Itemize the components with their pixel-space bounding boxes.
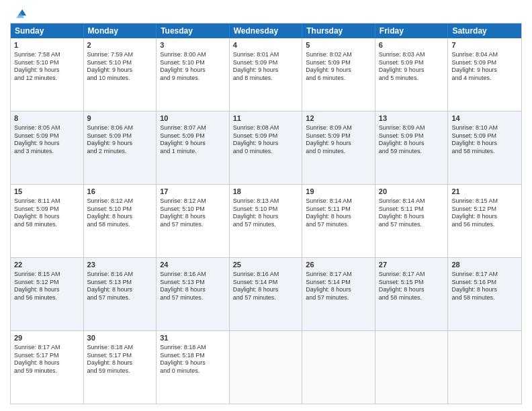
- day-cell-25: 25Sunrise: 8:16 AM Sunset: 5:14 PM Dayli…: [230, 258, 303, 330]
- day-cell-21: 21Sunrise: 8:15 AM Sunset: 5:12 PM Dayli…: [448, 185, 521, 257]
- day-cell-20: 20Sunrise: 8:14 AM Sunset: 5:11 PM Dayli…: [375, 185, 449, 257]
- day-number: 29: [14, 333, 80, 343]
- day-number: 2: [87, 40, 153, 50]
- day-number: 18: [233, 187, 299, 197]
- day-info: Sunrise: 8:15 AM Sunset: 5:12 PM Dayligh…: [451, 197, 518, 229]
- day-info: Sunrise: 7:59 AM Sunset: 5:10 PM Dayligh…: [87, 51, 153, 83]
- day-info: Sunrise: 8:05 AM Sunset: 5:09 PM Dayligh…: [14, 124, 80, 156]
- day-number: 9: [87, 113, 153, 124]
- day-cell-31: 31Sunrise: 8:18 AM Sunset: 5:18 PM Dayli…: [157, 331, 230, 404]
- day-info: Sunrise: 8:13 AM Sunset: 5:10 PM Dayligh…: [233, 197, 299, 229]
- logo-icon: [11, 7, 26, 21]
- day-number: 11: [233, 113, 299, 124]
- day-info: Sunrise: 8:12 AM Sunset: 5:10 PM Dayligh…: [160, 197, 226, 229]
- day-cell-5: 5Sunrise: 8:02 AM Sunset: 5:09 PM Daylig…: [302, 38, 375, 111]
- day-cell-17: 17Sunrise: 8:12 AM Sunset: 5:10 PM Dayli…: [157, 185, 230, 257]
- header-day-saturday: Saturday: [448, 24, 521, 38]
- day-number: 1: [14, 40, 80, 50]
- day-info: Sunrise: 8:17 AM Sunset: 5:15 PM Dayligh…: [379, 271, 445, 302]
- day-cell-1: 1Sunrise: 7:58 AM Sunset: 5:10 PM Daylig…: [11, 38, 84, 111]
- day-cell-29: 29Sunrise: 8:17 AM Sunset: 5:17 PM Dayli…: [11, 331, 84, 404]
- day-number: 8: [14, 113, 80, 124]
- day-cell-4: 4Sunrise: 8:01 AM Sunset: 5:09 PM Daylig…: [230, 38, 303, 111]
- day-number: 20: [379, 187, 445, 197]
- day-info: Sunrise: 8:02 AM Sunset: 5:09 PM Dayligh…: [306, 51, 371, 83]
- day-cell-18: 18Sunrise: 8:13 AM Sunset: 5:10 PM Dayli…: [230, 185, 303, 257]
- day-cell-9: 9Sunrise: 8:06 AM Sunset: 5:09 PM Daylig…: [84, 111, 157, 184]
- day-cell-11: 11Sunrise: 8:08 AM Sunset: 5:09 PM Dayli…: [230, 111, 303, 184]
- day-info: Sunrise: 8:15 AM Sunset: 5:12 PM Dayligh…: [14, 271, 80, 302]
- calendar-row-2: 8Sunrise: 8:05 AM Sunset: 5:09 PM Daylig…: [11, 111, 521, 185]
- empty-cell-4-4: [302, 331, 375, 404]
- day-info: Sunrise: 8:06 AM Sunset: 5:09 PM Dayligh…: [87, 124, 153, 156]
- header-day-friday: Friday: [375, 24, 449, 38]
- day-number: 21: [451, 187, 518, 197]
- day-number: 25: [233, 260, 299, 270]
- calendar-row-3: 15Sunrise: 8:11 AM Sunset: 5:09 PM Dayli…: [11, 185, 521, 258]
- day-cell-19: 19Sunrise: 8:14 AM Sunset: 5:11 PM Dayli…: [302, 185, 375, 257]
- day-number: 12: [306, 113, 371, 124]
- header-day-thursday: Thursday: [302, 24, 375, 38]
- day-number: 4: [233, 40, 299, 50]
- day-number: 13: [379, 113, 445, 124]
- day-number: 10: [160, 113, 226, 124]
- day-cell-30: 30Sunrise: 8:18 AM Sunset: 5:17 PM Dayli…: [84, 331, 157, 404]
- day-info: Sunrise: 8:14 AM Sunset: 5:11 PM Dayligh…: [379, 197, 445, 229]
- logo: [10, 7, 26, 19]
- day-info: Sunrise: 8:07 AM Sunset: 5:09 PM Dayligh…: [160, 124, 226, 156]
- day-number: 31: [160, 333, 226, 343]
- day-info: Sunrise: 8:00 AM Sunset: 5:10 PM Dayligh…: [160, 51, 226, 83]
- day-number: 27: [379, 260, 445, 270]
- day-info: Sunrise: 8:16 AM Sunset: 5:14 PM Dayligh…: [233, 271, 299, 302]
- day-info: Sunrise: 8:16 AM Sunset: 5:13 PM Dayligh…: [87, 271, 153, 302]
- day-cell-7: 7Sunrise: 8:04 AM Sunset: 5:09 PM Daylig…: [448, 38, 521, 111]
- day-cell-12: 12Sunrise: 8:09 AM Sunset: 5:09 PM Dayli…: [302, 111, 375, 184]
- empty-cell-4-3: [230, 331, 303, 404]
- empty-cell-4-5: [375, 331, 449, 404]
- day-number: 7: [451, 40, 518, 50]
- day-info: Sunrise: 8:17 AM Sunset: 5:17 PM Dayligh…: [14, 344, 80, 375]
- day-info: Sunrise: 8:14 AM Sunset: 5:11 PM Dayligh…: [306, 197, 371, 229]
- day-number: 26: [306, 260, 371, 270]
- calendar: SundayMondayTuesdayWednesdayThursdayFrid…: [10, 23, 522, 404]
- day-cell-28: 28Sunrise: 8:17 AM Sunset: 5:16 PM Dayli…: [448, 258, 521, 330]
- calendar-body: 1Sunrise: 7:58 AM Sunset: 5:10 PM Daylig…: [11, 38, 521, 404]
- header-day-sunday: Sunday: [11, 24, 84, 38]
- day-cell-13: 13Sunrise: 8:09 AM Sunset: 5:09 PM Dayli…: [375, 111, 449, 184]
- page: SundayMondayTuesdayWednesdayThursdayFrid…: [0, 0, 532, 411]
- day-cell-26: 26Sunrise: 8:17 AM Sunset: 5:14 PM Dayli…: [302, 258, 375, 330]
- logo-text: [10, 7, 26, 21]
- day-info: Sunrise: 8:17 AM Sunset: 5:16 PM Dayligh…: [451, 271, 518, 302]
- day-info: Sunrise: 8:18 AM Sunset: 5:18 PM Dayligh…: [160, 344, 226, 375]
- day-number: 30: [87, 333, 153, 343]
- day-info: Sunrise: 8:10 AM Sunset: 5:09 PM Dayligh…: [451, 124, 518, 156]
- day-cell-10: 10Sunrise: 8:07 AM Sunset: 5:09 PM Dayli…: [157, 111, 230, 184]
- header-day-monday: Monday: [84, 24, 157, 38]
- calendar-row-1: 1Sunrise: 7:58 AM Sunset: 5:10 PM Daylig…: [11, 38, 521, 111]
- day-number: 17: [160, 187, 226, 197]
- day-info: Sunrise: 8:12 AM Sunset: 5:10 PM Dayligh…: [87, 197, 153, 229]
- day-number: 19: [306, 187, 371, 197]
- day-number: 14: [451, 113, 518, 124]
- calendar-header: SundayMondayTuesdayWednesdayThursdayFrid…: [11, 24, 521, 38]
- day-info: Sunrise: 8:04 AM Sunset: 5:09 PM Dayligh…: [451, 51, 518, 83]
- day-info: Sunrise: 8:09 AM Sunset: 5:09 PM Dayligh…: [379, 124, 445, 156]
- header: [10, 7, 522, 19]
- header-day-wednesday: Wednesday: [230, 24, 303, 38]
- header-day-tuesday: Tuesday: [157, 24, 230, 38]
- day-info: Sunrise: 8:11 AM Sunset: 5:09 PM Dayligh…: [14, 197, 80, 229]
- day-cell-22: 22Sunrise: 8:15 AM Sunset: 5:12 PM Dayli…: [11, 258, 84, 330]
- day-info: Sunrise: 8:08 AM Sunset: 5:09 PM Dayligh…: [233, 124, 299, 156]
- day-info: Sunrise: 8:18 AM Sunset: 5:17 PM Dayligh…: [87, 344, 153, 375]
- day-info: Sunrise: 8:17 AM Sunset: 5:14 PM Dayligh…: [306, 271, 371, 302]
- day-number: 6: [379, 40, 445, 50]
- day-info: Sunrise: 7:58 AM Sunset: 5:10 PM Dayligh…: [14, 51, 80, 83]
- day-info: Sunrise: 8:16 AM Sunset: 5:13 PM Dayligh…: [160, 271, 226, 302]
- day-number: 22: [14, 260, 80, 270]
- day-info: Sunrise: 8:03 AM Sunset: 5:09 PM Dayligh…: [379, 51, 445, 83]
- day-number: 16: [87, 187, 153, 197]
- calendar-row-5: 29Sunrise: 8:17 AM Sunset: 5:17 PM Dayli…: [11, 331, 521, 404]
- day-number: 3: [160, 40, 226, 50]
- day-cell-14: 14Sunrise: 8:10 AM Sunset: 5:09 PM Dayli…: [448, 111, 521, 184]
- day-cell-15: 15Sunrise: 8:11 AM Sunset: 5:09 PM Dayli…: [11, 185, 84, 257]
